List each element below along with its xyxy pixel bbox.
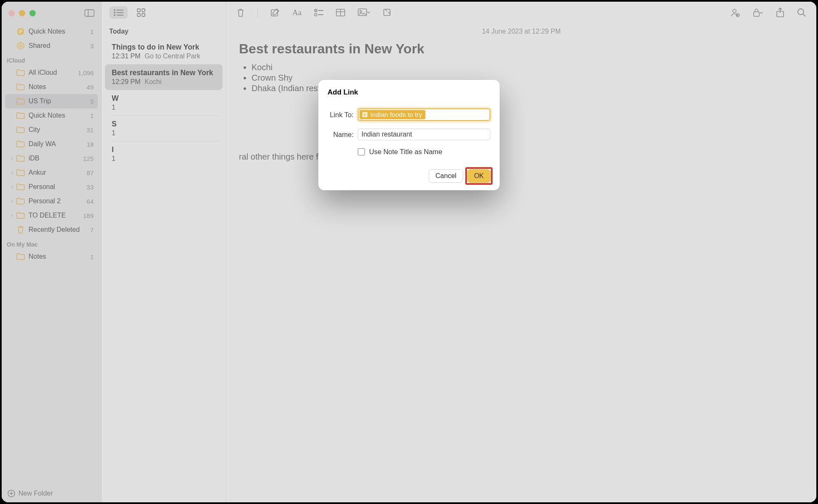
cancel-button[interactable]: Cancel [429,169,463,183]
note-icon [362,112,368,118]
name-label: Name: [328,131,354,139]
ok-button[interactable]: OK [467,169,490,183]
modal-backdrop: Add Link Link To: Indian foods to try Na… [0,0,586,361]
link-to-token-label: Indian foods to try [370,111,422,118]
link-to-label: Link To: [328,111,354,119]
link-to-input[interactable]: Indian foods to try [358,108,490,121]
add-link-dialog: Add Link Link To: Indian foods to try Na… [318,80,500,190]
use-note-title-label: Use Note Title as Name [369,148,442,156]
dialog-title: Add Link [328,88,490,97]
link-to-token[interactable]: Indian foods to try [359,110,425,119]
use-note-title-checkbox[interactable] [358,148,365,155]
name-input[interactable] [358,129,490,140]
